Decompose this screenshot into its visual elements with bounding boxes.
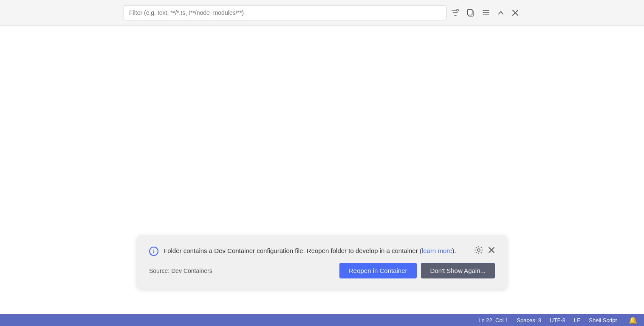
- svg-point-8: [477, 249, 480, 251]
- status-encoding[interactable]: UTF-8: [550, 317, 565, 323]
- svg-point-0: [457, 9, 458, 11]
- filter-icon: [452, 9, 459, 17]
- dont-show-again-button[interactable]: Don't Show Again...: [421, 263, 495, 278]
- status-position[interactable]: Ln 22, Col 1: [478, 317, 508, 323]
- close-icon: [512, 9, 519, 16]
- filter-icon-button[interactable]: [450, 7, 461, 18]
- info-icon: i: [149, 247, 158, 256]
- filter-input[interactable]: [124, 5, 446, 20]
- chevron-up-button[interactable]: [496, 8, 506, 18]
- notification-header: i Folder contains a Dev Container config…: [149, 246, 495, 256]
- status-spaces[interactable]: Spaces: 8: [517, 317, 541, 323]
- close-notification-icon: [488, 247, 495, 253]
- copy-icon-button[interactable]: [465, 7, 476, 18]
- notification-top-right: [475, 246, 495, 254]
- status-line-ending[interactable]: LF: [574, 317, 580, 323]
- notification-text: Folder contains a Dev Container configur…: [164, 246, 456, 256]
- menu-icon-button[interactable]: [480, 7, 491, 18]
- svg-rect-2: [468, 10, 472, 15]
- chevron-up-icon: [497, 9, 504, 16]
- status-bar: Ln 22, Col 1 Spaces: 8 UTF-8 LF Shell Sc…: [0, 314, 644, 326]
- action-buttons: Reopen in Container Don't Show Again...: [339, 263, 495, 278]
- close-notification-button[interactable]: [488, 247, 495, 253]
- notification-body: i Folder contains a Dev Container config…: [149, 246, 456, 256]
- status-language[interactable]: Shell Script: [589, 317, 617, 323]
- close-filter-button[interactable]: [510, 8, 520, 18]
- source-label: Source: Dev Containers: [149, 267, 212, 274]
- notification-card: i Folder contains a Dev Container config…: [137, 236, 507, 289]
- filter-bar: [0, 0, 644, 26]
- notification-bell-icon[interactable]: 🔔: [629, 316, 637, 324]
- gear-button[interactable]: [475, 246, 483, 254]
- filter-icons: [450, 7, 520, 18]
- main-content: i Folder contains a Dev Container config…: [0, 26, 644, 314]
- filter-container: [124, 5, 520, 20]
- copy-icon: [467, 9, 475, 17]
- menu-icon: [482, 9, 490, 17]
- learn-more-link[interactable]: learn more: [422, 247, 452, 254]
- reopen-in-container-button[interactable]: Reopen in Container: [339, 263, 417, 278]
- gear-icon: [475, 246, 483, 254]
- notification-actions: Source: Dev Containers Reopen in Contain…: [149, 263, 495, 278]
